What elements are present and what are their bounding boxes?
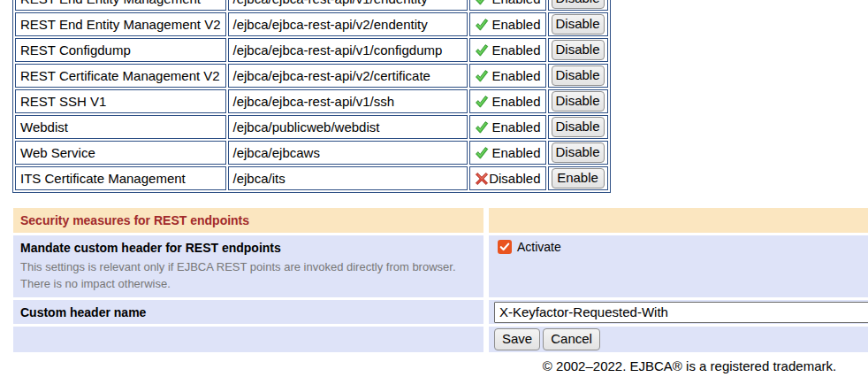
endpoint-status-label: Enabled (491, 119, 540, 135)
endpoint-row: Web Service /ejbca/ejbcaws (15, 141, 608, 165)
endpoint-row: REST SSH V1 /ejbca/ejbca-rest-api/v1/ssh (15, 89, 608, 113)
endpoint-row: REST Configdump /ejbca/ejbca-rest-api/v1… (15, 38, 608, 62)
endpoint-toggle-button[interactable]: Enable (552, 168, 605, 188)
custom-header-label-cell: Custom header name (13, 300, 483, 324)
endpoint-status-label: Enabled (491, 42, 540, 58)
endpoint-status-label: Disabled (489, 171, 540, 186)
endpoint-name: REST End Entity Management V2 (15, 12, 226, 36)
buttons-row-spacer (13, 327, 483, 352)
endpoint-status-label: Enabled (491, 145, 540, 160)
endpoint-row: REST Certificate Management V2 /ejbca/ej… (15, 64, 608, 88)
save-button[interactable]: Save (494, 328, 540, 350)
custom-header-name-input[interactable] (494, 302, 868, 323)
endpoint-status-label: Enabled (491, 17, 540, 32)
endpoint-toggle-button[interactable]: Disable (552, 14, 605, 35)
endpoint-name: REST SSH V1 (15, 89, 226, 113)
status-enabled-icon (475, 146, 489, 160)
endpoint-status-label: Enabled (491, 68, 540, 83)
custom-header-input-cell (489, 300, 868, 324)
endpoint-path: /ejbca/ejbca-rest-api/v2/certificate (228, 64, 468, 88)
activate-checkbox-label[interactable]: Activate (517, 240, 561, 254)
endpoint-name: Web Service (15, 141, 226, 165)
security-section-title: Security measures for REST endpoints (20, 213, 249, 227)
endpoint-name: ITS Certificate Management (15, 166, 226, 190)
endpoint-row: Webdist /ejbca/publicweb/webdist (15, 115, 608, 139)
endpoint-path: /ejbca/ejbcaws (228, 141, 468, 165)
endpoint-name: REST Configdump (15, 38, 226, 62)
endpoint-name: Webdist (15, 115, 226, 139)
endpoint-row: REST End Entity Management V2 /ejbca/ejb… (15, 12, 608, 36)
mandate-header-cell: Mandate custom header for REST endpoints… (13, 235, 483, 297)
status-enabled-icon (475, 43, 489, 58)
endpoint-toggle-button[interactable]: Disable (552, 40, 605, 60)
endpoints-table: REST End Entity Management /ejbca/ejbca-… (12, 0, 611, 193)
endpoint-status-label: Enabled (491, 94, 540, 109)
cancel-button[interactable]: Cancel (543, 328, 600, 350)
activate-cell: Activate (489, 235, 868, 297)
status-enabled-icon (475, 18, 489, 32)
endpoint-toggle-button[interactable]: Disable (552, 0, 605, 9)
security-section: Security measures for REST endpoints Man… (13, 208, 868, 352)
endpoint-path: /ejbca/ejbca-rest-api/v1/configdump (228, 38, 468, 62)
endpoint-name: REST End Entity Management (15, 0, 226, 11)
status-enabled-icon (475, 69, 489, 83)
endpoint-row: REST End Entity Management /ejbca/ejbca-… (15, 0, 608, 11)
endpoint-path: /ejbca/publicweb/webdist (228, 115, 468, 139)
mandate-header-label: Mandate custom header for REST endpoints (20, 241, 476, 255)
endpoint-toggle-button[interactable]: Disable (552, 91, 605, 112)
status-disabled-icon (475, 172, 489, 186)
activate-checkbox[interactable] (498, 240, 512, 254)
endpoint-path: /ejbca/ejbca-rest-api/v1/ssh (228, 89, 468, 113)
endpoint-name: REST Certificate Management V2 (15, 64, 226, 88)
endpoint-status-label: Enabled (491, 0, 540, 6)
status-enabled-icon (475, 95, 489, 109)
endpoint-row: ITS Certificate Management /ejbca/its (15, 166, 608, 190)
endpoint-toggle-button[interactable]: Disable (552, 142, 605, 163)
status-enabled-icon (475, 0, 489, 6)
status-enabled-icon (475, 120, 489, 135)
endpoint-path: /ejbca/ejbca-rest-api/v2/endentity (228, 12, 468, 36)
security-section-header-spacer (489, 208, 868, 233)
mandate-header-help-text: This settings is relevant only if EJBCA … (20, 258, 467, 292)
page: REST End Entity Management /ejbca/ejbca-… (0, 0, 868, 373)
form-buttons-cell: Save Cancel (489, 327, 868, 352)
endpoint-toggle-button[interactable]: Disable (552, 117, 605, 137)
security-section-header: Security measures for REST endpoints (13, 208, 483, 233)
custom-header-label: Custom header name (20, 305, 146, 319)
endpoint-path: /ejbca/its (228, 166, 468, 190)
endpoint-toggle-button[interactable]: Disable (552, 65, 605, 86)
endpoint-path: /ejbca/ejbca-rest-api/v1/endentity (228, 0, 468, 11)
copyright-footer: © 2002–2022. EJBCA® is a registered trad… (0, 358, 868, 373)
